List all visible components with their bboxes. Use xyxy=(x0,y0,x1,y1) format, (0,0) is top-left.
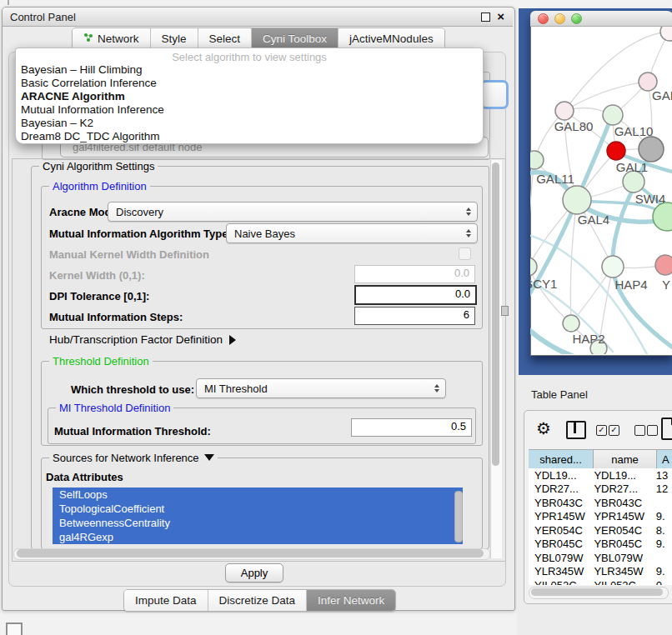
table-row[interactable]: YPR145WYPR145W9. xyxy=(529,510,672,524)
columns-icon[interactable] xyxy=(566,421,586,439)
mi-steps-label: Mutual Information Steps: xyxy=(49,311,183,323)
table-row[interactable]: YER054CYER054C8. xyxy=(529,523,672,538)
network-edge[interactable] xyxy=(530,160,534,267)
network-node-gal10[interactable] xyxy=(603,105,623,125)
table-cell: YDL19... xyxy=(529,469,590,482)
algorithm-option-aracne-algorithm[interactable]: ARACNE Algorithm xyxy=(16,90,483,103)
aracne-mode-combo[interactable]: Discovery xyxy=(108,202,478,222)
which-threshold-value: MI Threshold xyxy=(197,382,434,395)
mi-steps-field[interactable]: 6 xyxy=(354,307,475,325)
network-edge[interactable] xyxy=(564,82,648,111)
file-icon[interactable] xyxy=(661,418,672,440)
table-cell: YER054C xyxy=(529,524,590,537)
network-node-gal80[interactable] xyxy=(555,102,574,120)
dpi-tolerance-field[interactable]: 0.0 xyxy=(354,285,477,305)
float-window-icon[interactable] xyxy=(481,12,490,22)
table-row[interactable]: YBR043CYBR043C xyxy=(529,496,672,510)
apply-button[interactable]: Apply xyxy=(225,563,283,582)
column-header-shared[interactable]: shared... xyxy=(529,450,594,469)
cyni-algorithm-settings-title: Cyni Algorithm Settings xyxy=(39,160,158,172)
tab-network[interactable]: Network xyxy=(73,28,151,49)
close-traffic-light[interactable] xyxy=(538,13,549,24)
deselect-all-icon[interactable] xyxy=(634,425,645,436)
network-node-gcy1[interactable] xyxy=(530,258,537,276)
algorithm-combo-partial[interactable] xyxy=(480,80,509,109)
column-header-partial[interactable]: A xyxy=(657,450,672,469)
network-node[interactable] xyxy=(660,27,672,41)
tab-jactivemnodules[interactable]: jActiveMNodules xyxy=(339,28,444,49)
table-horizontal-scrollbar-thumb[interactable] xyxy=(531,588,663,596)
table-header-row: shared... name A xyxy=(529,449,672,470)
algorithm-option-mutual-information-inference[interactable]: Mutual Information Inference xyxy=(16,103,483,117)
which-threshold-label: Which threshold to use: xyxy=(71,383,194,396)
network-canvas[interactable]: GALGAL80GAL10GAL1SWI4GAL4GAL11GCY1HAP4YH… xyxy=(530,27,672,354)
panel-splitter-handle[interactable] xyxy=(501,306,509,316)
zoom-traffic-light[interactable] xyxy=(571,13,582,24)
tab-impute-data[interactable]: Impute Data xyxy=(124,590,208,611)
network-node[interactable] xyxy=(639,137,664,162)
network-edge[interactable] xyxy=(530,267,571,323)
tab-infer-network[interactable]: Infer Network xyxy=(307,590,395,611)
tab-style[interactable]: Style xyxy=(151,28,198,49)
kernel-width-field[interactable]: 0.0 xyxy=(354,265,475,283)
hub-definition-label: Hub/Transcription Factor Definition xyxy=(49,333,223,346)
select-all-icon[interactable]: ✓ xyxy=(609,425,619,436)
expand-right-icon xyxy=(229,335,236,345)
table-row[interactable]: YDR27...YDR27...12 xyxy=(529,482,672,497)
table-cell: YER054C xyxy=(590,524,650,537)
network-node-hap2[interactable] xyxy=(563,315,579,332)
manual-kernel-label: Manual Kernel Width Definition xyxy=(49,248,209,261)
tab-label: Network xyxy=(98,32,139,45)
mi-type-combo[interactable]: Naive Bayes xyxy=(226,223,478,243)
mi-threshold-field[interactable]: 0.5 xyxy=(351,418,472,437)
attribute-item-selfloops[interactable]: SelfLoops xyxy=(53,488,463,502)
network-node-y[interactable] xyxy=(655,255,672,275)
gear-icon[interactable]: ⚙ xyxy=(536,418,551,439)
tab-select[interactable]: Select xyxy=(198,28,253,49)
hub-definition-expander[interactable]: Hub/Transcription Factor Definition xyxy=(49,333,236,346)
network-node-hap4[interactable] xyxy=(602,256,624,278)
attribute-item-betweennesscentrality[interactable]: BetweennessCentrality xyxy=(53,516,463,530)
algorithm-option-bayesian-hill-climbing[interactable]: Bayesian – Hill Climbing xyxy=(16,63,483,77)
aracne-mode-value: Discovery xyxy=(108,206,466,218)
control-panel-titlebar: Control Panel × xyxy=(3,8,513,27)
attributes-scrollbar-thumb[interactable] xyxy=(454,491,463,542)
settings-vertical-scrollbar-thumb[interactable] xyxy=(492,162,499,466)
minimize-traffic-light[interactable] xyxy=(554,13,565,24)
table-horizontal-scrollbar[interactable] xyxy=(529,587,669,599)
attribute-item-topologicalcoefficient[interactable]: TopologicalCoefficient xyxy=(53,502,463,516)
network-node-gal1[interactable] xyxy=(607,142,625,160)
control-panel-tabstrip: NetworkStyleSelectCyni ToolboxjActiveMNo… xyxy=(72,28,445,50)
column-header-name[interactable]: name xyxy=(594,450,657,469)
algorithm-dropdown-list: Select algorithm to view settings Bayesi… xyxy=(15,48,484,144)
deselect-all-icon[interactable] xyxy=(647,425,658,436)
table-row[interactable]: YLR345WYLR345W9. xyxy=(529,565,672,579)
table-cell: YDL19... xyxy=(590,469,650,482)
which-threshold-combo[interactable]: MI Threshold xyxy=(196,378,446,398)
manual-kernel-checkbox[interactable] xyxy=(459,248,471,260)
data-attributes-label: Data Attributes xyxy=(46,471,123,483)
algorithm-option-dream8-dc-tdc-algorithm[interactable]: Dream8 DC_TDC Algorithm xyxy=(16,130,483,143)
network-node[interactable] xyxy=(653,202,672,231)
attribute-item-gal4rgexp[interactable]: gal4RGexp xyxy=(53,530,463,544)
network-node-label: Y xyxy=(662,278,670,292)
minimized-window-icon[interactable] xyxy=(6,622,23,635)
combo-arrows-icon xyxy=(466,208,477,216)
mi-threshold-title: MI Threshold Definition xyxy=(56,402,173,414)
network-node-gal11[interactable] xyxy=(530,151,544,169)
table-row[interactable]: YBL079WYBL079W xyxy=(529,551,672,565)
select-all-icon[interactable]: ✓ xyxy=(596,425,607,436)
network-node-label: HAP2 xyxy=(572,332,604,346)
close-icon[interactable]: × xyxy=(497,12,504,22)
sources-collapser[interactable]: Sources for Network Inference xyxy=(49,452,218,464)
table-row[interactable]: YBR045CYBR045C9. xyxy=(529,538,672,552)
tab-cyni-toolbox[interactable]: Cyni Toolbox xyxy=(252,28,339,49)
algorithm-option-bayesian-k2[interactable]: Bayesian – K2 xyxy=(16,117,483,130)
sources-title: Sources for Network Inference xyxy=(53,452,199,464)
algorithm-option-basic-correlation-inference[interactable]: Basic Correlation Inference xyxy=(16,77,483,90)
settings-horizontal-scrollbar-thumb[interactable] xyxy=(17,549,484,558)
table-row[interactable]: YIL052CYIL052C0. xyxy=(529,578,672,585)
network-node-gal4[interactable] xyxy=(563,186,591,214)
table-row[interactable]: YDL19...YDL19...13 xyxy=(529,468,672,482)
tab-discretize-data[interactable]: Discretize Data xyxy=(208,590,308,611)
